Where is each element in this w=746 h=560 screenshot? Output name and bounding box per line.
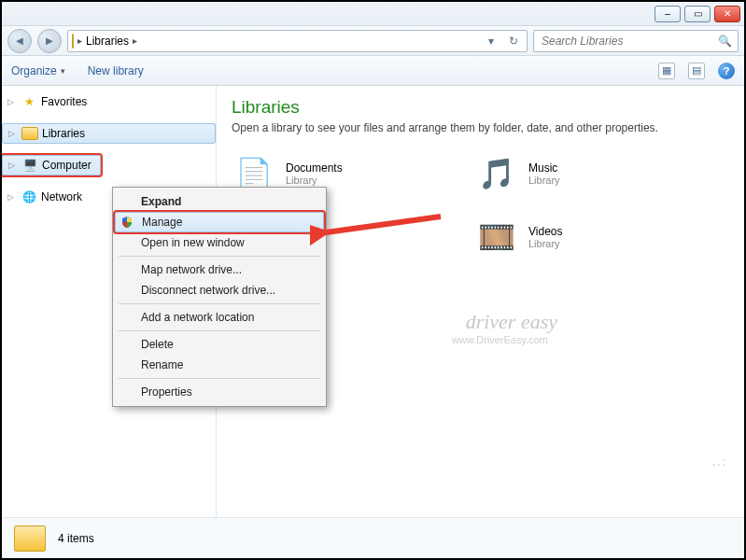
tree-item-computer[interactable]: ▷ 🖥️ Computer bbox=[2, 155, 101, 175]
menu-item-delete[interactable]: Delete bbox=[115, 334, 324, 355]
preview-pane-button[interactable]: ▤ bbox=[688, 63, 705, 79]
menu-separator bbox=[119, 378, 320, 379]
library-kind: Library bbox=[528, 238, 562, 249]
library-kind: Library bbox=[528, 175, 560, 186]
star-icon: ★ bbox=[21, 93, 37, 110]
menu-item-open-in-new-window[interactable]: Open in new window bbox=[115, 232, 324, 253]
music-icon: 🎵 bbox=[474, 151, 519, 196]
menu-item-disconnect-network-drive[interactable]: Disconnect network drive... bbox=[115, 280, 324, 301]
page-subtitle: Open a library to see your files and arr… bbox=[232, 121, 729, 134]
page-title: Libraries bbox=[232, 97, 729, 118]
context-menu: ExpandManageOpen in new windowMap networ… bbox=[112, 187, 327, 407]
resize-gripper: ..: bbox=[712, 455, 727, 469]
toolbar: Organize ▾ New library ▦ ▤ ? bbox=[2, 56, 744, 86]
libraries-icon bbox=[21, 125, 38, 142]
menu-item-add-a-network-location[interactable]: Add a network location bbox=[115, 307, 324, 328]
organize-button[interactable]: Organize ▾ bbox=[11, 64, 65, 77]
tree-item-favorites[interactable]: ▷ ★ Favorites bbox=[2, 91, 216, 112]
menu-separator bbox=[119, 330, 320, 331]
library-name: Documents bbox=[286, 161, 343, 175]
breadcrumb-sep: ▸ bbox=[77, 35, 82, 46]
library-kind: Library bbox=[286, 175, 343, 186]
chevron-right-icon: ▷ bbox=[7, 97, 17, 106]
tree-item-libraries[interactable]: ▷ Libraries bbox=[2, 123, 216, 144]
maximize-button[interactable]: ▭ bbox=[684, 6, 711, 22]
tree-label: Favorites bbox=[41, 95, 87, 108]
chevron-right-icon: ▷ bbox=[8, 129, 18, 138]
menu-separator bbox=[119, 303, 320, 304]
folder-icon bbox=[13, 522, 47, 555]
search-icon: 🔍 bbox=[718, 35, 732, 48]
chevron-right-icon: ▷ bbox=[8, 161, 18, 170]
network-icon: 🌐 bbox=[21, 189, 37, 205]
menu-item-properties[interactable]: Properties bbox=[115, 382, 324, 402]
status-text: 4 items bbox=[58, 532, 94, 545]
library-item-videos[interactable]: 🎞️ Videos Library bbox=[474, 215, 661, 259]
library-item-music[interactable]: 🎵 Music Library bbox=[474, 151, 661, 196]
address-bar-row: ◄ ► ▸ Libraries ▸ ▾ ↻ 🔍 bbox=[2, 26, 744, 56]
refresh-button[interactable]: ↻ bbox=[504, 35, 523, 48]
chevron-down-icon: ▾ bbox=[61, 66, 65, 76]
search-input[interactable] bbox=[540, 34, 718, 49]
computer-icon: 🖥️ bbox=[21, 157, 38, 174]
minimize-button[interactable]: – bbox=[655, 6, 681, 22]
forward-button[interactable]: ► bbox=[37, 29, 62, 53]
menu-item-expand[interactable]: Expand bbox=[115, 191, 324, 212]
library-name: Music bbox=[528, 161, 560, 175]
videos-icon: 🎞️ bbox=[474, 215, 519, 259]
chevron-right-icon: ▷ bbox=[7, 192, 17, 202]
new-library-button[interactable]: New library bbox=[88, 64, 144, 77]
help-button[interactable]: ? bbox=[718, 63, 735, 79]
breadcrumb-libraries[interactable]: Libraries bbox=[86, 35, 129, 48]
annotation-arrow bbox=[310, 207, 450, 254]
menu-item-rename[interactable]: Rename bbox=[115, 355, 324, 375]
menu-separator bbox=[119, 256, 320, 257]
address-bar[interactable]: ▸ Libraries ▸ ▾ ↻ bbox=[67, 30, 528, 52]
address-dropdown[interactable]: ▾ bbox=[482, 35, 500, 48]
breadcrumb-sep: ▸ bbox=[133, 35, 137, 46]
tree-label: Network bbox=[41, 190, 82, 203]
title-bar: – ▭ ✕ bbox=[2, 2, 744, 26]
organize-label: Organize bbox=[11, 64, 57, 77]
uac-shield-icon bbox=[120, 215, 134, 230]
back-button[interactable]: ◄ bbox=[7, 29, 32, 53]
library-name: Videos bbox=[528, 225, 562, 238]
menu-item-manage[interactable]: Manage bbox=[115, 212, 324, 232]
search-box[interactable]: 🔍 bbox=[533, 30, 739, 52]
tree-label: Computer bbox=[42, 159, 91, 172]
view-options-button[interactable]: ▦ bbox=[658, 63, 675, 79]
menu-item-map-network-drive[interactable]: Map network drive... bbox=[115, 259, 324, 280]
close-button[interactable]: ✕ bbox=[714, 6, 740, 22]
status-bar: 4 items bbox=[2, 517, 744, 558]
folder-icon bbox=[72, 35, 74, 48]
svg-line-0 bbox=[319, 217, 441, 233]
tree-label: Libraries bbox=[42, 127, 85, 140]
window-controls: – ▭ ✕ bbox=[655, 6, 740, 22]
